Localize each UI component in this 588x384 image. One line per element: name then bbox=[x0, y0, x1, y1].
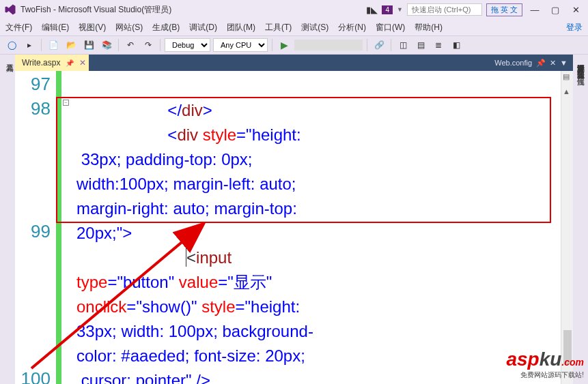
close-button[interactable]: ✕ bbox=[568, 3, 584, 16]
line-number: 98 bbox=[15, 98, 56, 221]
tool-button-3[interactable]: ≣ bbox=[431, 38, 446, 53]
menu-file[interactable]: 文件(F) bbox=[5, 22, 32, 33]
tab-overflow-icon[interactable]: ▼ bbox=[560, 59, 568, 67]
undo-button[interactable]: ↶ bbox=[123, 38, 138, 53]
tool-button-4[interactable]: ◧ bbox=[449, 38, 464, 53]
titlebar: TwoFish - Microsoft Visual Studio(管理员) ▮… bbox=[0, 0, 588, 19]
menu-test[interactable]: 测试(S) bbox=[301, 22, 328, 33]
platform-combo[interactable]: Any CPU bbox=[213, 38, 268, 52]
menu-team[interactable]: 团队(M) bbox=[227, 22, 255, 33]
separator bbox=[41, 39, 42, 51]
separator bbox=[272, 39, 272, 51]
menu-analyze[interactable]: 分析(N) bbox=[338, 22, 366, 33]
menu-help[interactable]: 帮助(H) bbox=[415, 22, 443, 33]
vertical-scrollbar[interactable]: ▤ ▲ bbox=[561, 71, 573, 384]
tab-close-icon[interactable]: ✕ bbox=[79, 58, 86, 68]
pin-icon[interactable]: 📌 bbox=[536, 59, 546, 68]
line-number: 99 bbox=[15, 221, 56, 368]
save-button[interactable]: 💾 bbox=[81, 38, 96, 53]
nav-back-button[interactable]: ◯ bbox=[4, 38, 19, 53]
code-text[interactable]: </div> <div style="height:↵ 33px; paddin… bbox=[71, 71, 573, 384]
menu-debug[interactable]: 调试(D) bbox=[189, 22, 217, 33]
menu-tools[interactable]: 工具(T) bbox=[265, 22, 292, 33]
tab-close-icon[interactable]: ✕ bbox=[550, 59, 556, 68]
menu-view[interactable]: 视图(V) bbox=[79, 22, 106, 33]
save-all-button[interactable]: 📚 bbox=[99, 38, 114, 53]
right-dock[interactable]: 解决方案资源管理器 团队资源管理器 属性 bbox=[573, 55, 588, 384]
tool-button-2[interactable]: ▤ bbox=[413, 38, 428, 53]
fold-toggle-icon[interactable]: − bbox=[63, 100, 69, 106]
redo-button[interactable]: ↷ bbox=[141, 38, 156, 53]
menu-website[interactable]: 网站(S) bbox=[115, 22, 143, 33]
quick-launch-input[interactable] bbox=[407, 3, 482, 16]
line-number: 100 bbox=[15, 368, 56, 384]
left-dock[interactable]: 工具箱 bbox=[0, 55, 15, 384]
vs-logo-icon bbox=[4, 3, 16, 16]
workspace: 工具箱 Write.aspx 📌 ✕ Web.config 📌 ✕ ▼ 97 9… bbox=[0, 55, 588, 384]
inactive-tab[interactable]: Web.config bbox=[494, 59, 532, 67]
browser-link-button[interactable]: 🔗 bbox=[372, 38, 387, 53]
flag-icon[interactable]: ▮◣ bbox=[366, 5, 378, 15]
watermark-text: asp bbox=[506, 349, 539, 370]
maximize-button[interactable]: ▢ bbox=[547, 3, 563, 16]
outline-bar[interactable]: − bbox=[61, 71, 71, 384]
code-editor[interactable]: 97 98 99 100 − </div> <div style="height… bbox=[15, 71, 573, 384]
tab-label: Write.aspx bbox=[22, 58, 60, 68]
config-combo[interactable]: Debug bbox=[165, 38, 210, 52]
separator bbox=[160, 39, 160, 51]
menu-build[interactable]: 生成(B) bbox=[152, 22, 180, 33]
toolbar: ◯ ▸ 📄 📂 💾 📚 ↶ ↷ Debug Any CPU ▶ 🔗 ◫ ▤ ≣ … bbox=[0, 35, 588, 55]
watermark: aspku.com 免费网站源码下载站! bbox=[506, 349, 584, 380]
titlebar-tray: ▮◣ 4 ▼ 拖 英 文 — ▢ ✕ bbox=[366, 3, 584, 16]
change-bar bbox=[56, 71, 61, 384]
menubar: 文件(F) 编辑(E) 视图(V) 网站(S) 生成(B) 调试(D) 团队(M… bbox=[0, 19, 588, 35]
dropdown-icon[interactable]: ▼ bbox=[397, 6, 403, 13]
tabbar: Write.aspx 📌 ✕ Web.config 📌 ✕ ▼ bbox=[15, 55, 573, 71]
line-number: 97 bbox=[15, 74, 56, 98]
ime-indicator[interactable]: 拖 英 文 bbox=[486, 3, 522, 16]
new-file-button[interactable]: 📄 bbox=[46, 38, 61, 53]
tool-button-1[interactable]: ◫ bbox=[395, 38, 410, 53]
start-button[interactable]: ▶ bbox=[277, 38, 292, 53]
separator bbox=[391, 39, 391, 51]
separator bbox=[367, 39, 367, 51]
tabbar-right: Web.config 📌 ✕ ▼ bbox=[494, 59, 573, 68]
minimize-button[interactable]: — bbox=[527, 3, 543, 16]
window-title: TwoFish - Microsoft Visual Studio(管理员) bbox=[20, 4, 366, 16]
split-icon[interactable]: ▤ bbox=[563, 72, 570, 81]
line-gutter: 97 98 99 100 bbox=[15, 71, 56, 384]
menu-window[interactable]: 窗口(W) bbox=[376, 22, 405, 33]
pin-icon[interactable]: 📌 bbox=[66, 59, 74, 67]
start-target[interactable] bbox=[294, 40, 363, 50]
nav-fwd-button[interactable]: ▸ bbox=[22, 38, 37, 53]
menu-edit[interactable]: 编辑(E) bbox=[42, 22, 69, 33]
notification-badge[interactable]: 4 bbox=[382, 5, 393, 14]
tab-active[interactable]: Write.aspx 📌 ✕ bbox=[15, 55, 89, 71]
open-button[interactable]: 📂 bbox=[64, 38, 79, 53]
login-link[interactable]: 登录 bbox=[566, 22, 583, 33]
scroll-up-icon[interactable]: ▲ bbox=[563, 87, 570, 95]
editor-area: Write.aspx 📌 ✕ Web.config 📌 ✕ ▼ 97 98 99… bbox=[15, 55, 573, 384]
separator bbox=[118, 39, 119, 51]
